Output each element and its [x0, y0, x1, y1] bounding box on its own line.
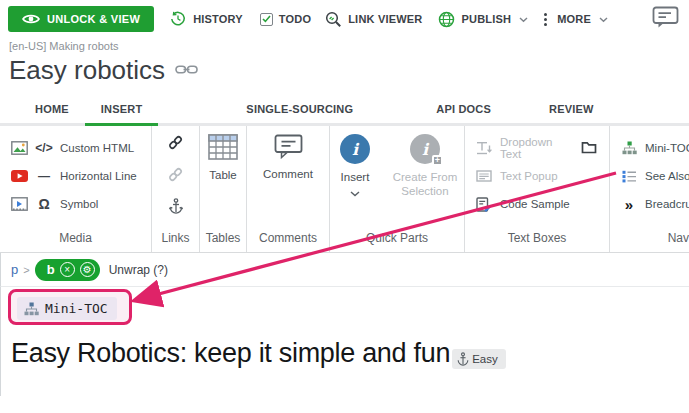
text-popup-button[interactable]: Text Popup [465, 162, 609, 190]
custom-html-label: Custom HTML [60, 142, 134, 154]
insert-quickpart-button[interactable]: i Insert [330, 126, 380, 199]
unwrap-link[interactable]: Unwrap (?) [109, 263, 168, 277]
remove-element-icon[interactable]: × [60, 262, 75, 277]
double-chevron-icon: » [620, 196, 638, 213]
anchor-icon[interactable] [169, 198, 183, 218]
globe-icon [438, 11, 456, 28]
horizontal-line-button[interactable]: — Horizontal Line [0, 162, 151, 190]
tab-api-docs[interactable]: API DOCS [420, 94, 507, 123]
unlink-icon[interactable] [167, 166, 184, 187]
video-icon[interactable] [10, 197, 28, 211]
horizontal-line-label: Horizontal Line [60, 170, 137, 182]
top-toolbar: UNLOCK & VIEW HISTORY TODO LINK VIEWER P [0, 0, 689, 38]
ribbon-group-comments: Comment Comments [247, 126, 330, 252]
links-group-label: Links [152, 231, 199, 245]
document-heading[interactable]: Easy Robotics: keep it simple and fun [11, 338, 450, 369]
code-sample-button[interactable]: Code Sample [465, 190, 609, 218]
element-structure-bar: p > b × ⚙ Unwrap (?) [0, 253, 689, 287]
chevron-down-icon [599, 13, 608, 25]
ribbon: </> Custom HTML — Horizontal Line Ω Symb… [0, 126, 689, 253]
ribbon-group-media: </> Custom HTML — Horizontal Line Ω Symb… [0, 126, 152, 252]
document-header: [en-US] Making robots Easy robotics [0, 38, 689, 86]
link-viewer-label: LINK VIEWER [348, 13, 422, 25]
table-label: Table [209, 168, 237, 182]
image-icon[interactable] [10, 141, 28, 155]
ribbon-tabbar: HOME INSERT SINGLE-SOURCING API DOCS REV… [0, 94, 689, 126]
app-window: UNLOCK & VIEW HISTORY TODO LINK VIEWER P [0, 0, 689, 413]
anchor-icon [457, 352, 469, 366]
comment-icon [274, 134, 303, 161]
youtube-icon[interactable] [10, 170, 28, 182]
link-viewer-button[interactable]: LINK VIEWER [324, 11, 422, 28]
anchor-id-badge[interactable]: Easy [452, 349, 506, 369]
table-button[interactable]: Table [200, 126, 246, 182]
create-from-selection-label: Create From Selection [386, 170, 464, 199]
parent-element-p[interactable]: p [11, 262, 18, 277]
dropdown-text-button[interactable]: Dropdown Text [465, 134, 609, 162]
title-link-icon[interactable] [175, 62, 198, 80]
insert-label: Insert [341, 170, 370, 184]
tab-home[interactable]: HOME [19, 94, 85, 123]
see-also-button[interactable]: See Also [610, 162, 689, 190]
topic-breadcrumb: [en-US] Making robots [9, 40, 689, 52]
todo-label: TODO [279, 13, 311, 25]
link-icon[interactable] [167, 134, 184, 155]
unlock-view-button[interactable]: UNLOCK & VIEW [8, 6, 154, 32]
comment-label: Comment [263, 167, 313, 181]
link-viewer-icon [324, 11, 342, 28]
mini-toc-icon [24, 302, 39, 316]
chevron-down-icon [350, 187, 360, 199]
breadcrumb-label: Breadcrumb [645, 198, 689, 210]
tab-insert[interactable]: INSERT [85, 94, 159, 123]
ribbon-group-links: Links [152, 126, 200, 252]
mini-toc-element-chip[interactable]: Mini-TOC [17, 297, 117, 320]
publish-label: PUBLISH [462, 13, 512, 25]
symbol-button[interactable]: Ω Symbol [0, 190, 151, 218]
comments-panel-icon[interactable] [652, 6, 679, 33]
omega-icon[interactable]: Ω [35, 196, 53, 212]
symbol-label: Symbol [60, 198, 98, 210]
history-button[interactable]: HISTORY [169, 11, 243, 27]
dropdown-text-label: Dropdown Text [500, 136, 574, 160]
code-icon[interactable]: </> [35, 141, 53, 155]
mini-toc-button[interactable]: Mini-TOC [610, 134, 689, 162]
eye-icon [22, 13, 40, 25]
ribbon-group-quick-parts: i Insert i+ Create From Selection Quick … [330, 126, 465, 252]
tab-single-sourcing[interactable]: SINGLE-SOURCING [230, 94, 369, 123]
tables-group-label: Tables [200, 231, 246, 245]
element-settings-icon[interactable]: ⚙ [80, 262, 95, 277]
comment-button[interactable]: Comment [247, 126, 329, 181]
more-label: MORE [557, 13, 591, 25]
comments-group-label: Comments [247, 231, 329, 245]
anchor-id-label: Easy [472, 353, 498, 365]
folder-icon[interactable] [581, 141, 597, 156]
code-sample-label: Code Sample [500, 198, 570, 210]
table-icon [208, 134, 238, 162]
selection-highlight: Mini-TOC [8, 289, 132, 325]
dash-icon[interactable]: — [35, 169, 53, 183]
page-title: Easy robotics [9, 55, 165, 86]
custom-html-button[interactable]: </> Custom HTML [0, 134, 151, 162]
text-popup-icon [475, 170, 493, 182]
ribbon-group-navigation: Mini-TOC See Also » Breadcrumb Navigatio… [610, 126, 689, 252]
chevron-down-icon [519, 13, 528, 25]
dropdown-text-icon [475, 141, 493, 155]
ribbon-group-tables: Table Tables [200, 126, 247, 252]
selected-element-pill[interactable]: b × ⚙ [35, 259, 100, 281]
tab-review[interactable]: REVIEW [533, 94, 610, 123]
code-sample-icon [475, 197, 493, 212]
vertical-dots-icon [544, 13, 547, 26]
create-from-selection-button[interactable]: i+ Create From Selection [386, 126, 464, 199]
history-icon [169, 11, 187, 27]
history-label: HISTORY [193, 13, 243, 25]
quick-parts-group-label: Quick Parts [330, 231, 464, 245]
breadcrumb-button[interactable]: » Breadcrumb [610, 190, 689, 218]
media-group-label: Media [0, 231, 151, 245]
publish-button[interactable]: PUBLISH [438, 11, 529, 28]
todo-button[interactable]: TODO [260, 13, 311, 26]
more-button[interactable]: MORE [544, 13, 608, 26]
see-also-label: See Also [645, 170, 689, 182]
info-circle-icon: i [340, 134, 370, 164]
unlock-view-label: UNLOCK & VIEW [47, 13, 140, 25]
ribbon-group-text-boxes: Dropdown Text Text Popup Code Sample Tex… [465, 126, 610, 252]
